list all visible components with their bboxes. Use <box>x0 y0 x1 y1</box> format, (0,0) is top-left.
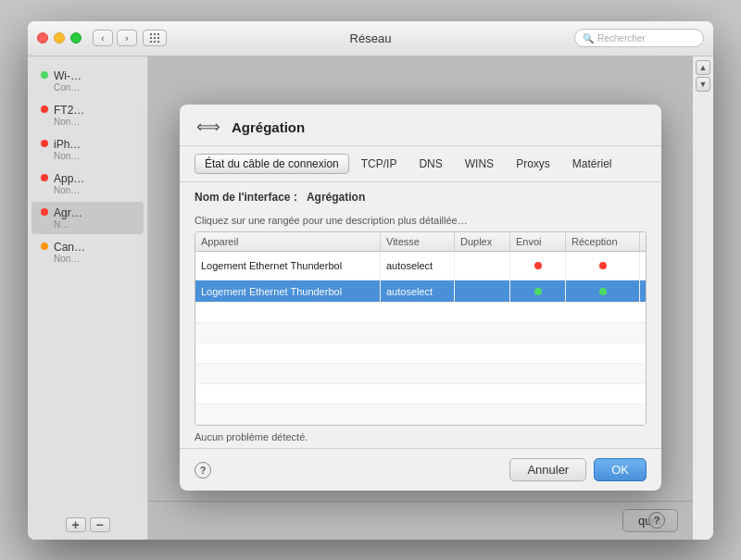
dialog: ⟺ Agrégation État du câble de connexion … <box>180 105 661 491</box>
row2-vitesse: autoselect <box>381 280 455 302</box>
canal-status-dot <box>41 243 48 250</box>
remove-interface-button[interactable]: − <box>90 517 110 532</box>
interface-section: Nom de l'interface : Agrégation <box>180 182 661 211</box>
search-box[interactable]: 🔍 Rechercher <box>574 29 704 47</box>
dialog-footer: ? Annuler OK <box>180 448 661 491</box>
minimize-button[interactable] <box>54 32 65 44</box>
tab-materiel[interactable]: Matériel <box>562 154 622 174</box>
search-icon: 🔍 <box>583 33 594 44</box>
sidebar-item-wifi[interactable]: Wi-… Con… <box>31 65 144 97</box>
window-title: Réseau <box>350 31 392 45</box>
interface-value: Agrégation <box>307 191 365 204</box>
row2-etat: OK <box>640 280 647 302</box>
row1-reception-dot <box>599 262 607 269</box>
row2-appareil: Logement Ethernet Thunderbol <box>195 280 381 302</box>
agreg-name: Agr… <box>54 206 82 219</box>
iphone-sub: Non… <box>54 151 81 161</box>
tab-proxys[interactable]: Proxys <box>506 154 560 174</box>
help-button[interactable]: ? <box>195 462 211 479</box>
row1-vitesse: autoselect <box>381 252 455 280</box>
dialog-title: Agrégation <box>232 119 305 135</box>
iphone-name: iPh… <box>54 138 81 151</box>
dialog-back-icon: ⟺ <box>195 118 222 136</box>
traffic-lights <box>37 32 82 44</box>
tab-dns[interactable]: DNS <box>408 154 452 174</box>
sidebar-item-canal[interactable]: Can… Non… <box>31 236 144 268</box>
agreg-sub: N… <box>54 219 82 230</box>
tabs-bar: État du câble de connexion TCP/IP DNS WI… <box>180 146 661 182</box>
sidebar: Wi-… Con… FT2… Non… iPh… Non… <box>28 56 148 540</box>
grid-button[interactable] <box>143 30 167 46</box>
wifi-name: Wi-… <box>54 69 82 82</box>
content-area: ⟺ Agrégation État du câble de connexion … <box>148 56 693 540</box>
ft2-status-dot <box>41 106 48 113</box>
th-etat: État <box>640 232 647 251</box>
search-placeholder: Rechercher <box>597 33 646 44</box>
titlebar: ‹ › Réseau 🔍 Rechercher <box>28 21 713 56</box>
dialog-overlay: ⟺ Agrégation État du câble de connexion … <box>148 56 693 540</box>
th-duplex: Duplex <box>455 232 510 251</box>
app-status-dot <box>41 174 48 181</box>
add-interface-button[interactable]: + <box>66 517 86 532</box>
iphone-status-dot <box>41 140 48 147</box>
canal-sub: Non… <box>54 254 85 264</box>
row2-reception-dot <box>599 288 607 295</box>
status-message: Aucun problème détecté. <box>180 426 661 448</box>
th-vitesse: Vitesse <box>381 232 455 251</box>
ft2-sub: Non… <box>54 117 84 127</box>
app-name: App… <box>54 172 84 185</box>
empty-row <box>195 364 646 384</box>
empty-row <box>195 323 646 343</box>
empty-row <box>195 343 646 364</box>
sidebar-bottom-buttons: + − <box>28 517 147 532</box>
tab-etat[interactable]: État du câble de connexion <box>195 154 349 174</box>
row1-etat: Connexion invali <box>640 252 647 280</box>
row1-reception <box>566 252 640 280</box>
sidebar-item-ft2[interactable]: FT2… Non… <box>31 99 144 131</box>
th-envoi: Envoi <box>510 232 566 251</box>
empty-row <box>195 384 646 404</box>
table-description: Cliquez sur une rangée pour une descript… <box>180 211 661 231</box>
table-header: Appareil Vitesse Duplex Envoi Réception … <box>195 232 646 252</box>
tab-wins[interactable]: WINS <box>455 154 504 174</box>
row1-duplex <box>455 252 510 280</box>
table-row[interactable]: Logement Ethernet Thunderbol autoselect … <box>195 280 646 303</box>
canal-name: Can… <box>54 241 85 254</box>
row2-envoi <box>510 280 566 302</box>
maximize-button[interactable] <box>70 32 82 44</box>
th-reception: Réception <box>566 232 640 251</box>
main-window: ‹ › Réseau 🔍 Rechercher Wi-… Con… <box>28 21 713 540</box>
app-sub: Non… <box>54 185 84 195</box>
back-button[interactable]: ‹ <box>93 30 113 46</box>
interface-label: Nom de l'interface : Agrégation <box>195 191 365 204</box>
agreg-status-dot <box>41 208 48 216</box>
close-button[interactable] <box>37 32 48 44</box>
row2-duplex <box>455 280 510 302</box>
row1-envoi-dot <box>534 262 542 269</box>
empty-row <box>195 404 646 425</box>
dialog-header: ⟺ Agrégation <box>180 105 661 146</box>
interface-table: Appareil Vitesse Duplex Envoi Réception … <box>195 231 647 426</box>
ft2-name: FT2… <box>54 104 84 117</box>
table-body: Logement Ethernet Thunderbol autoselect … <box>195 252 646 425</box>
scroll-down-button[interactable]: ▼ <box>696 77 710 92</box>
forward-button[interactable]: › <box>117 30 137 46</box>
main-area: Wi-… Con… FT2… Non… iPh… Non… <box>28 56 713 540</box>
sidebar-item-agreg[interactable]: Agr… N… <box>31 202 144 234</box>
footer-buttons: Annuler OK <box>509 458 647 481</box>
scroll-up-button[interactable]: ▲ <box>696 60 710 75</box>
cancel-button[interactable]: Annuler <box>509 458 586 481</box>
empty-row <box>195 303 646 323</box>
nav-buttons: ‹ › <box>93 30 137 46</box>
tab-tcpip[interactable]: TCP/IP <box>351 154 408 174</box>
table-row[interactable]: Logement Ethernet Thunderbol autoselect … <box>195 252 646 280</box>
wifi-sub: Con… <box>54 82 82 93</box>
wifi-status-dot <box>41 71 48 79</box>
th-appareil: Appareil <box>195 232 381 251</box>
sidebar-item-app[interactable]: App… Non… <box>31 168 144 200</box>
row2-reception <box>566 280 640 302</box>
scrollbar-area: ▲ ▼ <box>693 56 713 540</box>
sidebar-item-iphone[interactable]: iPh… Non… <box>31 133 144 166</box>
ok-button[interactable]: OK <box>594 458 647 481</box>
row1-envoi <box>510 252 566 280</box>
